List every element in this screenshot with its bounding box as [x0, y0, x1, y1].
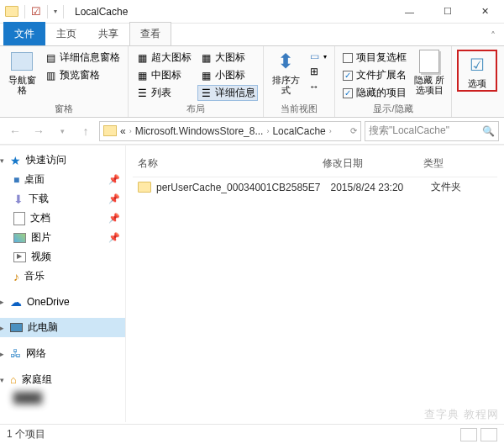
- view-details-button[interactable]: [460, 428, 477, 441]
- layout-xl-icons[interactable]: ▦超大图标: [134, 50, 194, 66]
- ribbon: 导航窗格 ▤详细信息窗格 ▥预览窗格 窗格 ▦超大图标 ▦中图标 ☰列表 ▦大图…: [0, 45, 504, 118]
- home-icon: ⌂: [10, 373, 17, 386]
- tab-home[interactable]: 主页: [45, 22, 87, 45]
- checkbox-icon: ✓: [343, 71, 353, 81]
- sidebar-item-music[interactable]: ♪音乐: [0, 267, 125, 286]
- group-panes: 导航窗格 ▤详细信息窗格 ▥预览窗格 窗格: [0, 46, 129, 117]
- file-list: 名称 修改日期 类型 perUserCache_00034001CB2585E7…: [126, 145, 504, 422]
- layout-md-icons[interactable]: ▦中图标: [134, 67, 194, 83]
- md-icons-icon: ▦: [136, 70, 148, 82]
- content-area: ▾★快速访问 ■桌面📌 ⬇下载📌 文档📌 图片📌 视频 ♪音乐 ▸☁OneDri…: [0, 145, 504, 422]
- up-button[interactable]: ↑: [76, 121, 96, 141]
- col-type-header[interactable]: 类型: [418, 154, 497, 173]
- desktop-icon: ■: [13, 174, 19, 186]
- breadcrumb[interactable]: LocalCache: [272, 125, 325, 137]
- layout-lg-icons[interactable]: ▦大图标: [197, 50, 258, 66]
- col-name-header[interactable]: 名称: [133, 154, 318, 173]
- ribbon-tabs: 文件 主页 共享 查看 ˄: [0, 24, 504, 45]
- address-field[interactable]: « › Microsoft.WindowsStore_8... › LocalC…: [99, 121, 361, 141]
- addcol-button[interactable]: ⊞: [306, 65, 329, 78]
- qat-dropdown-icon[interactable]: ▾: [54, 8, 57, 15]
- star-icon: ★: [10, 154, 21, 167]
- cloud-icon: ☁: [10, 295, 22, 309]
- quick-access-toolbar: ☑ ▾: [0, 5, 66, 18]
- group-options: ☑ 选项: [452, 46, 502, 117]
- download-icon: ⬇: [13, 193, 24, 206]
- back-button[interactable]: ←: [5, 121, 25, 141]
- search-icon: 🔍: [482, 125, 495, 137]
- chk-extensions[interactable]: ✓文件扩展名: [340, 67, 409, 83]
- view-thumbs-button[interactable]: [480, 428, 497, 441]
- group-show-hide: 项目复选框 ✓文件扩展名 ✓隐藏的项目 隐藏 所选项目 显示/隐藏: [335, 46, 452, 117]
- sidebar-item-desktop[interactable]: ■桌面📌: [0, 170, 125, 189]
- sort-icon: ⬍: [274, 50, 297, 73]
- recent-button[interactable]: ▾: [52, 121, 72, 141]
- address-bar: ← → ▾ ↑ « › Microsoft.WindowsStore_8... …: [0, 118, 504, 145]
- pc-icon: [10, 323, 23, 332]
- group-show-hide-label: 显示/隐藏: [373, 103, 412, 115]
- sidebar-item-pictures[interactable]: 图片📌: [0, 228, 125, 247]
- sidebar-item-videos[interactable]: 视频: [0, 247, 125, 267]
- sidebar-item-downloads[interactable]: ⬇下载📌: [0, 189, 125, 209]
- groupby-icon: ▭: [308, 50, 320, 62]
- nav-pane-button[interactable]: 导航窗格: [5, 50, 39, 95]
- sizecol-button[interactable]: ↔: [306, 80, 329, 93]
- details-pane-icon: ▤: [45, 52, 56, 64]
- pin-icon: 📌: [108, 232, 120, 243]
- preview-pane-icon: ▥: [45, 70, 56, 82]
- network-icon: 🖧: [10, 347, 21, 360]
- options-button[interactable]: ☑ 选项: [460, 53, 494, 88]
- ribbon-collapse-icon[interactable]: ˄: [482, 27, 504, 45]
- qat-properties-icon[interactable]: ☑: [31, 5, 41, 18]
- close-button[interactable]: ✕: [466, 0, 504, 24]
- group-layout: ▦超大图标 ▦中图标 ☰列表 ▦大图标 ▦小图标 ☰详细信息 布局: [129, 46, 264, 117]
- sidebar-item-documents[interactable]: 文档📌: [0, 209, 125, 228]
- sidebar-quick-access[interactable]: ▾★快速访问: [0, 151, 125, 170]
- nav-pane-icon: [11, 52, 33, 71]
- chk-hidden-items[interactable]: ✓隐藏的项目: [340, 85, 409, 101]
- sidebar-this-pc[interactable]: ▸此电脑: [0, 318, 125, 337]
- titlebar: ☑ ▾ LocalCache — ☐ ✕: [0, 0, 504, 24]
- folder-icon: [138, 182, 151, 193]
- xl-icons-icon: ▦: [136, 52, 148, 64]
- layout-details[interactable]: ☰详细信息: [197, 85, 258, 101]
- list-item[interactable]: perUserCache_00034001CB2585E7 2015/8/24 …: [133, 177, 497, 197]
- layout-list[interactable]: ☰列表: [134, 85, 194, 101]
- item-count: 1 个项目: [7, 427, 45, 441]
- video-icon: [13, 252, 26, 262]
- tab-view[interactable]: 查看: [129, 22, 171, 45]
- sidebar-onedrive[interactable]: ▸☁OneDrive: [0, 293, 125, 311]
- pin-icon: 📌: [108, 174, 120, 185]
- options-icon: ☑: [465, 53, 489, 77]
- checkbox-icon: ✓: [343, 88, 353, 98]
- minimize-button[interactable]: —: [391, 0, 428, 24]
- breadcrumb[interactable]: Microsoft.WindowsStore_8...: [135, 125, 264, 137]
- details-pane-button[interactable]: ▤详细信息窗格: [42, 50, 123, 66]
- column-headers: 名称 修改日期 类型: [133, 151, 497, 177]
- checkbox-icon: [343, 53, 353, 63]
- folder-icon[interactable]: [5, 6, 18, 17]
- picture-icon: [13, 233, 26, 243]
- document-icon: [13, 212, 25, 225]
- pin-icon: 📌: [108, 213, 120, 224]
- breadcrumb-overflow[interactable]: «: [120, 125, 126, 137]
- sidebar-network[interactable]: ▸🖧网络: [0, 344, 125, 363]
- forward-button[interactable]: →: [29, 121, 49, 141]
- col-date-header[interactable]: 修改日期: [318, 154, 418, 173]
- group-layout-label: 布局: [186, 103, 205, 115]
- groupby-button[interactable]: ▭▾: [306, 50, 329, 63]
- maximize-button[interactable]: ☐: [428, 0, 466, 24]
- layout-sm-icons[interactable]: ▦小图标: [197, 67, 258, 83]
- sidebar-item-redacted: ████: [0, 389, 125, 406]
- tab-share[interactable]: 共享: [87, 22, 129, 45]
- sort-button[interactable]: ⬍ 排序方式: [269, 50, 302, 95]
- search-input[interactable]: 搜索"LocalCache" 🔍: [365, 121, 499, 141]
- tab-file[interactable]: 文件: [3, 22, 45, 45]
- preview-pane-button[interactable]: ▥预览窗格: [42, 67, 123, 83]
- addcol-icon: ⊞: [308, 66, 320, 77]
- sidebar-homegroup[interactable]: ▾⌂家庭组: [0, 370, 125, 389]
- chk-item-boxes[interactable]: 项目复选框: [340, 50, 409, 66]
- group-current-view: ⬍ 排序方式 ▭▾ ⊞ ↔ 当前视图: [264, 46, 335, 117]
- window-title: LocalCache: [75, 6, 128, 18]
- hide-selected-button[interactable]: 隐藏 所选项目: [412, 50, 446, 95]
